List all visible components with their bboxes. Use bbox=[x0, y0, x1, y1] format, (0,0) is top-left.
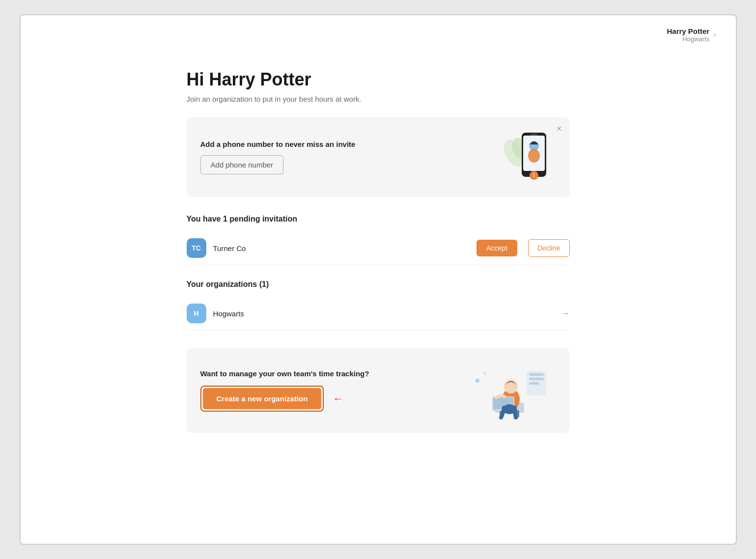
invitation-row: TC Turner Co Accept Decline bbox=[187, 231, 570, 265]
user-menu[interactable]: Harry Potter Hogwarts › bbox=[667, 27, 716, 43]
org-avatar-tc: TC bbox=[187, 238, 206, 258]
phone-banner-left: Add a phone number to never miss an invi… bbox=[200, 140, 356, 174]
phone-illustration-svg: ! bbox=[487, 129, 556, 185]
svg-rect-11 bbox=[529, 378, 544, 380]
chevron-right-icon: › bbox=[713, 30, 716, 39]
create-org-left: Want to manage your own team's time trac… bbox=[200, 369, 369, 412]
organizations-title: Your organizations (1) bbox=[187, 280, 570, 289]
page-container: Harry Potter Hogwarts › Hi Harry Potter … bbox=[20, 14, 737, 545]
user-info: Harry Potter Hogwarts bbox=[667, 27, 709, 43]
accept-button[interactable]: Accept bbox=[476, 240, 517, 256]
svg-point-6 bbox=[528, 149, 540, 163]
org-name-turner: Turner Co bbox=[213, 244, 470, 252]
phone-banner: Add a phone number to never miss an invi… bbox=[187, 117, 570, 197]
svg-rect-12 bbox=[529, 382, 539, 385]
org-name-hogwarts: Hogwarts bbox=[213, 309, 554, 318]
page-title: Hi Harry Potter bbox=[187, 69, 570, 90]
phone-banner-illustration: ! bbox=[487, 129, 556, 185]
invitations-section: You have 1 pending invitation TC Turner … bbox=[187, 215, 570, 265]
svg-rect-4 bbox=[531, 134, 537, 136]
svg-point-19 bbox=[504, 380, 518, 393]
organizations-section: Your organizations (1) H Hogwarts → bbox=[187, 280, 570, 331]
create-org-title: Want to manage your own team's time trac… bbox=[200, 369, 369, 378]
org-avatar-hogwarts: H bbox=[187, 304, 206, 323]
org-row-hogwarts[interactable]: H Hogwarts → bbox=[187, 297, 570, 331]
create-org-button[interactable]: Create a new organization bbox=[203, 388, 322, 409]
user-name: Harry Potter bbox=[667, 27, 709, 35]
create-org-banner: Want to manage your own team's time trac… bbox=[187, 348, 570, 433]
svg-text:!: ! bbox=[533, 173, 534, 178]
red-arrow-icon: ← bbox=[333, 392, 343, 405]
add-phone-number-button[interactable]: Add phone number bbox=[200, 155, 284, 174]
arrow-annotation: ← bbox=[333, 392, 343, 405]
svg-rect-10 bbox=[529, 373, 544, 376]
org-arrow-icon: → bbox=[561, 308, 570, 319]
svg-point-14 bbox=[483, 372, 486, 375]
main-content: Hi Harry Potter Join an organization to … bbox=[187, 59, 570, 443]
phone-banner-title: Add a phone number to never miss an invi… bbox=[200, 140, 356, 148]
user-org: Hogwarts bbox=[667, 35, 709, 43]
create-org-illustration bbox=[468, 361, 556, 420]
page-subtitle: Join an organization to put in your best… bbox=[187, 95, 570, 103]
svg-point-13 bbox=[476, 379, 479, 383]
invitations-title: You have 1 pending invitation bbox=[187, 215, 570, 224]
create-org-btn-wrapper: Create a new organization bbox=[200, 386, 324, 412]
decline-button[interactable]: Decline bbox=[528, 239, 570, 257]
close-banner-button[interactable]: × bbox=[557, 124, 562, 134]
